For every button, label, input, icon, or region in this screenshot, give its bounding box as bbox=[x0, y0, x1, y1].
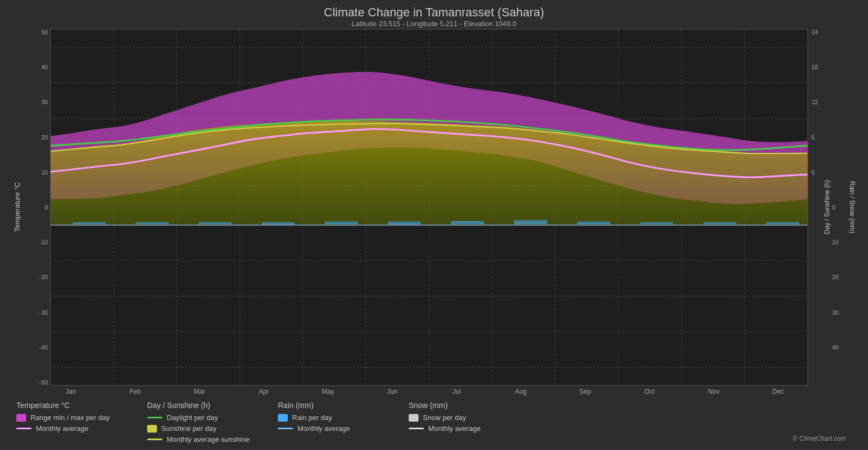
svg-rect-35 bbox=[767, 223, 799, 225]
chart-svg bbox=[51, 29, 808, 385]
svg-rect-24 bbox=[72, 223, 105, 225]
svg-rect-31 bbox=[514, 220, 547, 225]
svg-rect-26 bbox=[199, 223, 232, 225]
right-axis-rain-label: Rain / Snow (mm) bbox=[848, 181, 856, 233]
legend-snow-monthly-line bbox=[409, 428, 424, 429]
chart-title: Climate Change in Tamanrasset (Sahara) bbox=[11, 5, 857, 20]
legend-rain-per-day: Rain per day bbox=[278, 413, 398, 422]
legend-sunshine-per-day: Sunshine per day bbox=[147, 424, 267, 433]
legend-snow-swatch bbox=[409, 414, 418, 422]
legend-rain-monthly: Monthly average bbox=[278, 424, 398, 433]
legend-snow-title: Snow (mm) bbox=[409, 401, 529, 410]
svg-rect-28 bbox=[325, 221, 357, 224]
svg-rect-32 bbox=[577, 221, 610, 224]
left-axis-label: Temperature °C bbox=[13, 182, 21, 232]
legend-daylight-line bbox=[147, 417, 162, 418]
legend-group-temperature: Temperature °C Range min / max per day M… bbox=[16, 401, 136, 443]
legend-temp-monthly-line bbox=[16, 428, 32, 429]
legend-rain-title: Rain (mm) bbox=[278, 401, 398, 410]
legend-temp-monthly: Monthly average bbox=[16, 424, 136, 433]
chart-subtitle: Latitude 23.515 - Longitude 5.211 - Elev… bbox=[11, 20, 857, 28]
legend-sunshine-monthly: Monthly average sunshine bbox=[147, 435, 267, 443]
svg-rect-30 bbox=[451, 221, 484, 224]
legend-group-sunshine: Day / Sunshine (h) Daylight per day Suns… bbox=[147, 401, 267, 443]
legend-sunshine-swatch bbox=[147, 425, 157, 433]
svg-rect-34 bbox=[703, 223, 736, 225]
right-axes: 24 18 12 6 0 - - - - - - Day / Sunshine … bbox=[808, 29, 857, 386]
legend-snow-per-day: Snow per day bbox=[409, 413, 529, 422]
right-axis-sunshine-label: Day / Sunshine (h) bbox=[823, 180, 831, 234]
legend-area: Temperature °C Range min / max per day M… bbox=[11, 397, 857, 445]
legend-rain-monthly-line bbox=[278, 428, 293, 429]
chart-header: Climate Change in Tamanrasset (Sahara) L… bbox=[11, 5, 857, 28]
copyright: © ClimeChart.com bbox=[793, 435, 852, 443]
svg-rect-25 bbox=[136, 223, 168, 225]
legend-snow-monthly: Monthly average bbox=[409, 424, 529, 433]
x-axis: Jan Feb Mar Apr May Jun Jul Aug Sep Oct … bbox=[11, 386, 857, 397]
legend-daylight: Daylight per day bbox=[147, 413, 267, 422]
left-y-axis: 50 40 30 20 10 0 -10 -20 -30 -40 -50 bbox=[23, 29, 50, 386]
legend-group-rain: Rain (mm) Rain per day Monthly average bbox=[278, 401, 398, 443]
svg-rect-33 bbox=[640, 223, 673, 225]
chart-plot-area: 1940 - 1950 ClimeChart.com bbox=[50, 29, 808, 386]
legend-temp-title: Temperature °C bbox=[16, 401, 136, 410]
legend-sunshine-monthly-line bbox=[147, 439, 162, 440]
legend-temp-range: Range min / max per day bbox=[16, 413, 136, 422]
legend-rain-swatch bbox=[278, 414, 288, 422]
legend-temp-range-swatch bbox=[16, 414, 26, 422]
legend-sunshine-title: Day / Sunshine (h) bbox=[147, 401, 267, 410]
legend-group-snow: Snow (mm) Snow per day Monthly average bbox=[409, 401, 529, 443]
